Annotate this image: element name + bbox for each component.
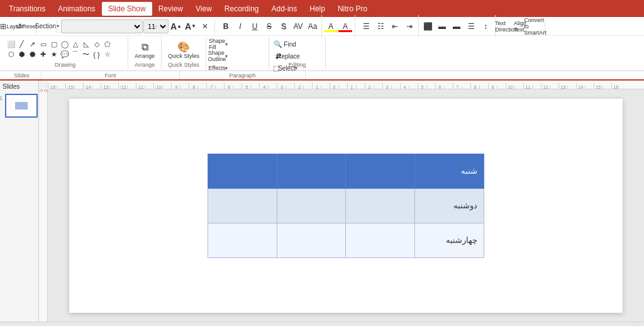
shape-rounded-rect[interactable]: ▢ [49,40,58,49]
textshadow-button[interactable]: S [277,20,291,33]
shape-ellipse[interactable]: ◯ [60,40,69,49]
slide-canvas[interactable]: شنبه دوشنبه [48,89,644,322]
shape-hexagon[interactable]: ⬡ [6,50,16,59]
reset-button[interactable]: ↺ Reset [19,20,33,33]
status-bar: Slide 1 of 1 − ──── + 72% ⊡ [0,322,644,326]
tab-slideshow[interactable]: Slide Show [102,2,152,16]
arrange-icon: ⧉ [142,42,148,52]
shape-line[interactable]: ╱ [17,40,26,49]
arrange-button[interactable]: ⧉ Arrange [132,38,157,62]
align-right-button[interactable]: ▬ [450,20,464,33]
slide-number: 1 [0,93,3,101]
tab-animations[interactable]: Animations [52,2,101,16]
shape-textbox[interactable]: ⬜ [6,40,16,49]
justify-button[interactable]: ☰ [464,20,478,33]
table-cell-h2 [277,154,346,188]
shape-callout[interactable]: 💬 [60,50,69,59]
shape-rtriangle[interactable]: ◺ [81,40,91,49]
underline-button[interactable]: U [248,20,262,33]
section-button[interactable]: Section ▾ [40,20,54,33]
convert-smartart-button[interactable]: Convert to SmartArt [528,20,542,33]
line-spacing-button[interactable]: ↕ [479,20,492,33]
tick-11n: ·11 [136,83,145,89]
font-size-select[interactable]: 11+ [143,20,169,33]
font-combo-group: 11+ A▲ A▼ ✕ [58,20,215,33]
fontcolor-button[interactable]: A [338,20,352,33]
tick-14n: ·14 [83,83,92,89]
table-cell-r1c4[interactable]: دوشنبه [415,188,484,223]
slide-page: شنبه دوشنبه [69,99,623,313]
shape-fill-row: Shape Fill ▾ [210,38,228,50]
tick-4: 4 [400,83,409,89]
numbering-button[interactable]: ☷ [374,20,387,33]
table-cell-r2c4[interactable]: چهارشنبه [415,223,484,257]
strikethrough-button[interactable]: S [262,20,276,33]
editing-group: 🔍 Find ⇄ Replace ⬚ Select ▾ Editing [269,37,326,69]
shape-misc1[interactable]: ⌒ [70,50,80,59]
table-row-1: دوشنبه [208,188,484,223]
editing-content: 🔍 Find ⇄ Replace ⬚ Select ▾ [273,38,297,82]
shape-cross[interactable]: ✚ [38,50,48,59]
quick-styles-button[interactable]: 🎨 Quick Styles [165,38,202,62]
slide-table[interactable]: شنبه دوشنبه [208,154,484,258]
font-family-select[interactable] [61,20,143,33]
tab-addins[interactable]: Add-ins [265,2,304,16]
arrange-group: ⧉ Arrange Arrange [128,37,162,69]
layout-icon: ⊞ [0,22,6,31]
increase-indent-button[interactable]: ⇥ [402,20,416,33]
editing-group-label: Editing [269,62,325,68]
shape-fill-arrow: ▾ [225,42,228,47]
table-cell-r2c1 [208,223,277,257]
bold-button[interactable]: B [219,20,233,33]
bullets-button[interactable]: ☰ [359,20,373,33]
tab-review[interactable]: Review [152,2,189,16]
slides-group-label: Slides [3,71,42,79]
ribbon: ⊞ Layout ↺ Reset Section ▾ 11+ A▲ A▼ [0,17,644,71]
shapes-palette: ⬜ ╱ ↗ ▭ ▢ ◯ △ ◺ ◇ ⬠ ⬡ ⬢ ⬣ ✚ ★ 💬 [6,40,113,59]
clear-format-button[interactable]: ✕ [198,20,212,33]
text-direction-group: Text Direction Align Text Convert to Sma… [497,20,545,33]
shape-star[interactable]: ★ [49,50,58,59]
table-cell-r2c3 [346,223,415,257]
tab-view[interactable]: View [189,2,218,16]
align-left-button[interactable]: ⬛ [421,20,435,33]
tab-help[interactable]: Help [303,2,331,16]
ruler-h-ticks: ·16 ·15 ·14 ·13 ·12 ·11 ·10 ·9 ·8 ·7 [48,81,620,89]
tab-recording[interactable]: Recording [218,2,265,16]
slide-thumbnail-1[interactable] [5,94,38,118]
shape-octagon[interactable]: ⬣ [28,50,37,59]
shape-outline-row: Shape Outline ▾ [210,50,228,62]
tick-8n: ·8 [189,83,197,89]
tab-nitropro[interactable]: Nitro Pro [331,2,374,16]
decrease-indent-button[interactable]: ⇤ [388,20,402,33]
shape-hept[interactable]: ⬢ [17,50,26,59]
increase-font-button[interactable]: A▲ [169,20,183,33]
highlight-button[interactable]: A [324,20,338,33]
italic-button[interactable]: I [233,20,247,33]
quick-styles-group-label: Quick Styles [162,62,206,68]
table-cell-h4[interactable]: شنبه [415,154,484,188]
shape-triangle[interactable]: △ [70,40,80,49]
charspacing-button[interactable]: AV [291,20,305,33]
decrease-font-button[interactable]: A▼ [184,20,197,33]
align-center-button[interactable]: ▬ [435,20,449,33]
shape-arrow[interactable]: ↗ [28,40,37,49]
group-labels-bar: Slides Font Paragraph [0,71,644,81]
shape-misc2[interactable]: 〜 [81,50,91,59]
reset-icon: ↺ [16,22,22,31]
slides-panel: Slides 1 [0,81,39,322]
shape-rect[interactable]: ▭ [38,40,48,49]
ruler-horizontal: ·16 ·15 ·14 ·13 ·12 ·11 ·10 ·9 ·8 ·7 [48,81,644,89]
tick-7: 7 [453,83,462,89]
main-area: Slides 1 ·16 ·15 ·14 ·13 ·12 [0,81,644,322]
shape-misc3[interactable]: { } [92,50,101,59]
slides-group-row1: ⊞ Layout ↺ Reset [3,20,36,33]
shape-effects-button[interactable]: Effects [210,61,224,75]
shape-diamond[interactable]: ◇ [92,40,101,49]
tick-0: 0 [330,83,338,89]
text-direction-button[interactable]: Text Direction [499,20,513,33]
shape-more[interactable]: ☆ [103,50,112,59]
tab-transitions[interactable]: Transitions [3,2,52,16]
changecase-button[interactable]: Aa [306,20,319,33]
shape-pentagon[interactable]: ⬠ [103,40,112,49]
